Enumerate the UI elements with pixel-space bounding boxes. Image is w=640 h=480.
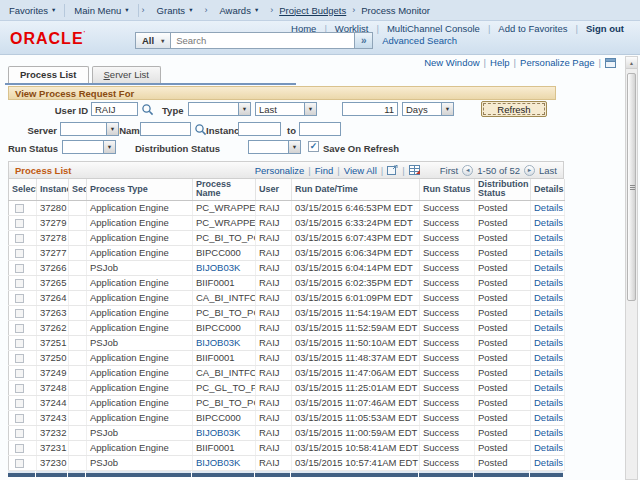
details-cell-link[interactable]: Details	[534, 382, 563, 393]
select-cell	[9, 425, 37, 440]
partial-row-cell	[255, 471, 290, 477]
details-cell-link[interactable]: Details	[534, 232, 563, 243]
process-name-cell: PC_BI_TO_PC	[193, 395, 256, 410]
next-page-icon[interactable]: ►	[524, 165, 535, 176]
oracle-logo-mark: ’	[84, 30, 87, 36]
details-cell-link[interactable]: Details	[534, 457, 563, 468]
row-select-checkbox[interactable]	[15, 369, 24, 378]
pagination-last-link[interactable]: Last	[539, 165, 557, 176]
row-select-checkbox[interactable]	[15, 414, 24, 423]
details-cell-link[interactable]: Details	[534, 412, 563, 423]
help-link[interactable]: Help	[490, 57, 510, 68]
breadcrumb-grants[interactable]: Grants ▾	[148, 5, 202, 16]
days-unit-select[interactable]: Days ▼	[402, 102, 454, 116]
sign-out-link[interactable]: Sign out	[578, 23, 632, 34]
process-name-cell-link[interactable]: BIJOB03K	[196, 262, 240, 273]
row-select-checkbox[interactable]	[15, 219, 24, 228]
details-cell-link[interactable]: Details	[534, 202, 563, 213]
page-layout-icon[interactable]	[605, 58, 616, 68]
search-go-button[interactable]: »	[355, 32, 373, 49]
details-cell: Details	[531, 260, 565, 275]
search-scope-dropdown[interactable]: All ▾	[135, 32, 171, 49]
run-status-cell: Success	[420, 335, 475, 350]
download-to-excel-icon[interactable]	[409, 165, 420, 175]
column-header: Select	[9, 179, 37, 200]
user-id-label: User ID	[8, 105, 88, 116]
row-select-checkbox[interactable]	[15, 279, 24, 288]
breadcrumb-favorites-menu[interactable]: Favorites ▾	[0, 5, 64, 16]
name-input[interactable]	[140, 122, 191, 136]
user-id-lookup-icon[interactable]	[141, 103, 154, 116]
personalize-page-link[interactable]: Personalize Page	[520, 57, 594, 68]
process-name-cell-link[interactable]: BIJOB03K	[196, 457, 240, 468]
row-select-checkbox[interactable]	[15, 339, 24, 348]
details-cell-link[interactable]: Details	[534, 277, 563, 288]
row-select-checkbox[interactable]	[15, 264, 24, 273]
breadcrumb-awards[interactable]: Awards ▾	[210, 5, 267, 16]
grid-pagination: First ◄ 1-50 of 52 ► Last	[440, 165, 557, 176]
row-select-checkbox[interactable]	[15, 354, 24, 363]
breadcrumb-main-menu[interactable]: Main Menu ▾	[65, 5, 137, 16]
instance-from-input[interactable]	[238, 122, 281, 136]
pagination-first-link[interactable]: First	[440, 165, 458, 176]
tab-process-list[interactable]: Process List	[8, 66, 89, 83]
vertical-scrollbar[interactable]: ▲	[625, 56, 638, 480]
run-status-cell: Success	[420, 260, 475, 275]
table-row: 37249Application EngineCA_BI_INTFCRAIJ03…	[9, 365, 565, 380]
row-select-checkbox[interactable]	[15, 459, 24, 468]
process-name-cell: PC_BI_TO_PC	[193, 230, 256, 245]
add-to-favorites-link[interactable]: Add to Favorites	[490, 23, 575, 34]
row-select-checkbox[interactable]	[15, 444, 24, 453]
breadcrumb-project-budgets[interactable]: Project Budgets	[276, 5, 349, 16]
row-select-checkbox[interactable]	[15, 294, 24, 303]
type-select[interactable]: ▼	[188, 102, 251, 116]
details-cell-link[interactable]: Details	[534, 427, 563, 438]
row-select-checkbox[interactable]	[15, 429, 24, 438]
personalize-link[interactable]: Personalize	[255, 165, 305, 176]
caret-down-icon: ▾	[125, 6, 128, 14]
find-link[interactable]: Find	[315, 165, 333, 176]
select-cell	[9, 200, 37, 215]
details-cell-link[interactable]: Details	[534, 292, 563, 303]
row-select-checkbox[interactable]	[15, 399, 24, 408]
process-name-cell-link[interactable]: BIJOB03K	[196, 337, 240, 348]
scrollbar-up-arrow-icon[interactable]: ▲	[626, 57, 637, 69]
details-cell-link[interactable]: Details	[534, 322, 563, 333]
row-select-checkbox[interactable]	[15, 384, 24, 393]
days-count-input[interactable]	[342, 102, 398, 116]
details-cell-link[interactable]: Details	[534, 262, 563, 273]
tab-underline	[5, 83, 296, 85]
tab-server-list[interactable]: Server List	[92, 66, 161, 83]
server-select[interactable]: ▼	[60, 122, 119, 136]
details-cell-link[interactable]: Details	[534, 337, 563, 348]
previous-page-icon[interactable]: ◄	[462, 165, 473, 176]
row-select-checkbox[interactable]	[15, 324, 24, 333]
details-cell-link[interactable]: Details	[534, 217, 563, 228]
details-cell-link[interactable]: Details	[534, 397, 563, 408]
process-name-cell-link[interactable]: BIJOB03K	[196, 427, 240, 438]
new-window-link[interactable]: New Window	[424, 57, 479, 68]
save-on-refresh-checkbox[interactable]	[308, 141, 319, 152]
details-cell-link[interactable]: Details	[534, 367, 563, 378]
scrollbar-thumb[interactable]	[627, 73, 636, 301]
details-cell-link[interactable]: Details	[534, 352, 563, 363]
refresh-button[interactable]: Refresh	[481, 101, 547, 117]
instance-to-input[interactable]	[299, 122, 341, 136]
details-cell-link[interactable]: Details	[534, 307, 563, 318]
row-select-checkbox[interactable]	[15, 309, 24, 318]
advanced-search-link[interactable]: Advanced Search	[382, 35, 457, 46]
user-id-input[interactable]	[91, 102, 138, 116]
row-select-checkbox[interactable]	[15, 234, 24, 243]
run-status-select[interactable]: ▼	[62, 140, 116, 154]
row-select-checkbox[interactable]	[15, 249, 24, 258]
details-cell-link[interactable]: Details	[534, 442, 563, 453]
zoom-popup-icon[interactable]	[387, 165, 398, 175]
search-input[interactable]	[171, 32, 355, 49]
view-all-link[interactable]: View All	[344, 165, 377, 176]
details-cell-link[interactable]: Details	[534, 247, 563, 258]
last-select[interactable]: Last ▼	[255, 102, 317, 116]
table-row: 37277Application EngineBIPCC000RAIJ03/15…	[9, 245, 565, 260]
row-select-checkbox[interactable]	[15, 204, 24, 213]
distribution-status-select[interactable]: ▼	[248, 140, 301, 154]
process-type-cell: Application Engine	[87, 290, 193, 305]
